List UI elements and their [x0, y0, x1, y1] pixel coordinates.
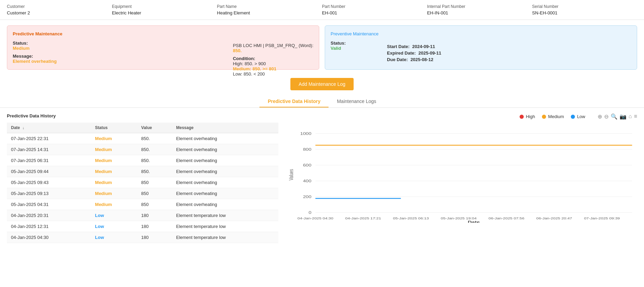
psb-line: PSB LOC HMI | PSB_1M_FRQ_ (Word): 850. [233, 43, 313, 53]
svg-text:800: 800 [303, 148, 311, 151]
col-date: Date ↓ [7, 123, 91, 133]
chart-svg: Values 1000 800 600 400 200 [285, 127, 637, 223]
cell-date: 04-Jan-2025 04:30 [7, 232, 91, 243]
cell-date: 05-Jan-2025 04:31 [7, 199, 91, 210]
cell-value: 850. [137, 155, 172, 166]
cell-status: Low [91, 221, 137, 232]
pred-message-value: Element overheating [13, 59, 57, 64]
serial-number-value: SN-EH-0001 [532, 10, 637, 15]
add-log-row: Add Maintenance Log [0, 75, 644, 96]
chart-wrapper: Values 1000 800 600 400 200 [285, 127, 637, 223]
cell-value: 850. [137, 166, 172, 177]
expired-date-value: 2025-09-11 [419, 50, 442, 56]
customer-label: Customer [7, 4, 112, 9]
part-number-value: EH-001 [322, 10, 427, 15]
cond-high: High: 850. > 900 [233, 61, 313, 66]
table-row: 05-Jan-2025 09:44 Medium 850. Element ov… [7, 166, 278, 177]
preventive-card-title: Preventive Maintenance [331, 31, 631, 36]
legend-medium: Medium [542, 114, 564, 119]
psb-value: 850. [233, 48, 242, 53]
add-log-button[interactable]: Add Maintenance Log [290, 78, 354, 90]
prev-status-row: Status: Valid [331, 41, 346, 51]
cell-status: Low [91, 210, 137, 221]
svg-text:400: 400 [303, 179, 311, 183]
chart-legend: High Medium Low ⊕ ⊖ 🔍 📷 ⌂ ≡ [520, 113, 637, 120]
cell-status: Medium [91, 166, 137, 177]
equipment-value: Electric Heater [112, 10, 217, 15]
cell-status: Low [91, 232, 137, 243]
svg-text:04-Jan-2025 17:21: 04-Jan-2025 17:21 [345, 217, 381, 220]
start-date-row: Start Date: 2024-09-11 [387, 44, 441, 49]
menu-icon[interactable]: ≡ [634, 113, 637, 120]
prev-status-label: Status: [331, 41, 346, 46]
cell-date: 07-Jan-2025 06:31 [7, 155, 91, 166]
preventive-inner: Status: Valid Start Date: 2024-09-11 Exp… [331, 41, 631, 64]
cell-status: Medium [91, 155, 137, 166]
col-status: Status [91, 123, 137, 133]
due-date-row: Due Date: 2025-08-12 [387, 57, 441, 62]
prev-status-value: Valid [331, 46, 341, 51]
search-icon[interactable]: 🔍 [611, 113, 618, 120]
table-row: 07-Jan-2025 14:31 Medium 850. Element ov… [7, 144, 278, 155]
chart-section: High Medium Low ⊕ ⊖ 🔍 📷 ⌂ ≡ [285, 113, 637, 243]
col-value: Value [137, 123, 172, 133]
serial-number-label: Serial Number [532, 4, 637, 9]
table-row: 07-Jan-2025 06:31 Medium 850. Element ov… [7, 155, 278, 166]
col-message: Message [172, 123, 279, 133]
cell-message: Element overheating [172, 144, 279, 155]
due-date-label: Due Date: [387, 57, 408, 62]
preventive-card: Preventive Maintenance Status: Valid Sta… [325, 25, 637, 70]
part-name-value: Heating Element [217, 10, 322, 15]
low-dot [571, 115, 575, 119]
predictive-card-title: Predictive Maintenance [13, 31, 313, 36]
svg-text:200: 200 [303, 195, 311, 199]
table-section-title: Predictive Data History [7, 113, 278, 118]
expired-date-row: Expired Date: 2025-09-11 [387, 50, 441, 56]
customer-value: Customer 2 [7, 10, 112, 15]
camera-icon[interactable]: 📷 [620, 113, 626, 120]
tab-predictive-history[interactable]: Predictive Data History [259, 96, 329, 107]
cell-date: 04-Jan-2025 20:31 [7, 210, 91, 221]
chart-header-row: High Medium Low ⊕ ⊖ 🔍 📷 ⌂ ≡ [285, 113, 637, 124]
cards-row: Predictive Maintenance Status: Medium Me… [0, 20, 644, 75]
legend-medium-label: Medium [548, 114, 564, 119]
table-row: 04-Jan-2025 12:31 Low 180 Element temper… [7, 221, 278, 232]
legend-low: Low [571, 114, 585, 119]
zoom-in-icon[interactable]: ⊕ [598, 113, 602, 120]
cell-date: 05-Jan-2025 09:44 [7, 166, 91, 177]
svg-text:06-Jan-2025 20:47: 06-Jan-2025 20:47 [536, 217, 572, 220]
psb-text: PSB LOC HMI | PSB_1M_FRQ_ (Word): [233, 43, 313, 48]
zoom-out-icon[interactable]: ⊖ [604, 113, 609, 120]
cell-date: 05-Jan-2025 09:13 [7, 188, 91, 199]
table-row: 05-Jan-2025 09:13 Medium 850 Element ove… [7, 188, 278, 199]
cell-status: Medium [91, 188, 137, 199]
pred-status-value: Medium [13, 46, 30, 51]
tab-maintenance-logs[interactable]: Maintenance Logs [329, 96, 384, 107]
legend-high-label: High [526, 114, 535, 119]
part-name-col: Part Name Heating Element [217, 4, 322, 15]
svg-text:05-Jan-2025 06:13: 05-Jan-2025 06:13 [393, 217, 429, 220]
pred-status-label: Status: [13, 41, 28, 46]
predictive-card: Predictive Maintenance Status: Medium Me… [7, 25, 319, 70]
tabs-row: Predictive Data History Maintenance Logs [0, 96, 644, 108]
cell-status: Medium [91, 177, 137, 188]
table-row: 07-Jan-2025 22:31 Medium 850. Element ov… [7, 133, 278, 144]
table-row: 05-Jan-2025 04:31 Medium 850 Element ove… [7, 199, 278, 210]
cell-message: Element overheating [172, 177, 279, 188]
cell-message: Element temperature low [172, 221, 279, 232]
equipment-col: Equipment Electric Heater [112, 4, 217, 15]
svg-text:Date: Date [468, 220, 480, 223]
cell-message: Element overheating [172, 155, 279, 166]
equipment-label: Equipment [112, 4, 217, 9]
home-icon[interactable]: ⌂ [629, 113, 632, 120]
internal-part-col: Internal Part Number EH-IN-001 [427, 4, 532, 15]
part-number-label: Part Number [322, 4, 427, 9]
cell-date: 07-Jan-2025 14:31 [7, 144, 91, 155]
main-content: Predictive Data History Date ↓ Status Va… [0, 113, 644, 243]
cond-low: Low: 850. < 200 [233, 71, 313, 77]
start-date-label: Start Date: [387, 44, 410, 49]
pred-message-label: Message: [13, 54, 33, 59]
expired-date-label: Expired Date: [387, 50, 416, 56]
cell-value: 850. [137, 144, 172, 155]
cell-status: Medium [91, 133, 137, 144]
